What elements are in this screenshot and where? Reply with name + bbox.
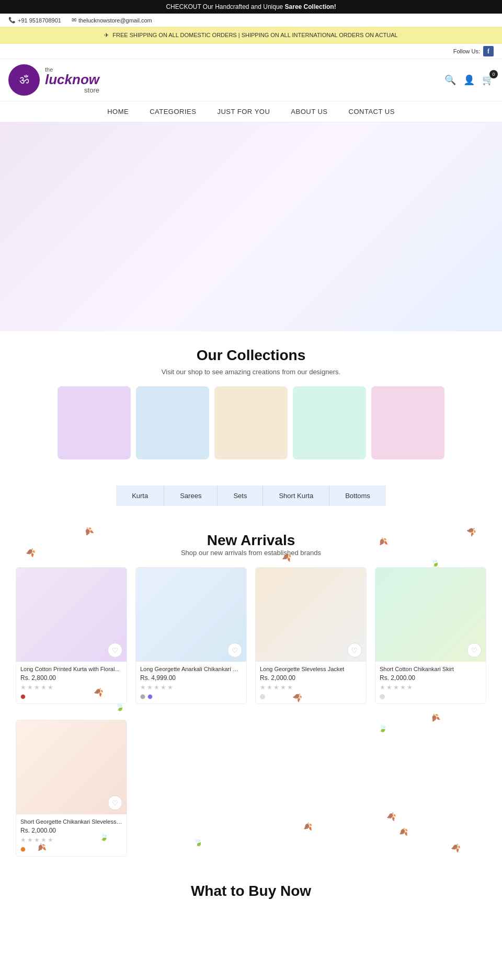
product-image-1: ♡ <box>16 568 127 662</box>
product-placeholder-3 <box>375 720 486 857</box>
nav-about-us[interactable]: ABOUT US <box>291 108 327 116</box>
product-title-1: Long Cotton Printed Kurta with Floral... <box>20 666 122 672</box>
color-dot-red[interactable] <box>20 694 26 699</box>
what-to-buy-heading: What to Buy Now <box>10 883 492 900</box>
products-grid-row2: ♡ Short Georgette Chikankari Sleveless .… <box>16 720 486 857</box>
what-to-buy-section: What to Buy Now <box>0 867 502 915</box>
product-rating-3: ★ ★ ★ ★ ★ <box>260 684 362 691</box>
collections-subtext: Visit our shop to see amazing creations … <box>10 368 492 376</box>
product-image-4: ♡ <box>375 568 486 662</box>
announcement-text: CHECKOUT Our Handcrafted and Unique Sare… <box>166 3 336 10</box>
hero-banner <box>0 122 502 331</box>
color-dot-orange[interactable] <box>20 847 26 852</box>
logo-icon: ॐ <box>8 64 40 96</box>
category-image-kurta[interactable] <box>58 386 131 459</box>
product-price-3: Rs. 2,000.00 <box>260 674 362 682</box>
shipping-icon: ✈ <box>104 32 109 38</box>
product-price-5: Rs. 2,000.00 <box>20 827 122 834</box>
product-info-1: Long Cotton Printed Kurta with Floral...… <box>16 662 127 704</box>
color-dot-white[interactable] <box>260 694 265 699</box>
search-icon[interactable] <box>444 74 456 86</box>
products-grid-row1: ♡ Long Cotton Printed Kurta with Floral.… <box>10 567 492 704</box>
wishlist-btn-5[interactable]: ♡ <box>108 795 122 810</box>
color-dot-purple[interactable] <box>147 694 153 699</box>
facebook-icon[interactable]: f <box>483 46 494 56</box>
product-image-2: ♡ <box>136 568 246 662</box>
product-card-4[interactable]: ♡ Short Cotton Chikankari Skirt Rs. 2,00… <box>375 567 486 704</box>
tab-short-kurta[interactable]: Short Kurta <box>263 486 329 506</box>
category-image-bottoms[interactable] <box>371 386 444 459</box>
color-dot-white2[interactable] <box>380 694 385 699</box>
new-arrivals-subtext: Shop our new arrivals from established b… <box>10 549 492 557</box>
announcement-bar: CHECKOUT Our Handcrafted and Unique Sare… <box>0 0 502 14</box>
color-dot-gray[interactable] <box>140 694 145 699</box>
product-price-1: Rs. 2,800.00 <box>20 674 122 682</box>
nav-contact-us[interactable]: CONTACT US <box>349 108 395 116</box>
product-image-3: ♡ <box>256 568 366 662</box>
new-arrivals-heading: New Arrivals <box>10 532 492 549</box>
product-placeholder-2 <box>255 720 367 857</box>
wishlist-btn-1[interactable]: ♡ <box>108 643 122 658</box>
products-row2-container: ♡ Short Georgette Chikankari Sleveless .… <box>10 720 492 857</box>
follow-label: Follow Us: <box>453 48 480 54</box>
wishlist-btn-2[interactable]: ♡ <box>227 643 242 658</box>
category-image-sarees[interactable] <box>136 386 209 459</box>
product-title-5: Short Georgette Chikankari Sleveless ... <box>20 818 122 825</box>
product-rating-4: ★ ★ ★ ★ ★ <box>380 684 482 691</box>
tab-kurta[interactable]: Kurta <box>116 486 164 506</box>
product-card-5[interactable]: ♡ Short Georgette Chikankari Sleveless .… <box>16 720 127 857</box>
email-info: thelucknowstore@gmail.com <box>72 17 152 24</box>
nav-home[interactable]: HOME <box>107 108 129 116</box>
product-placeholder-1 <box>135 720 247 857</box>
phone-number: +91 9518708901 <box>18 17 61 24</box>
logo-store: store <box>45 86 99 94</box>
product-title-3: Long Georgette Sleveless Jacket <box>260 666 362 672</box>
category-tabs: Kurta Sarees Sets Short Kurta Bottoms <box>0 486 502 506</box>
email-address: thelucknowstore@gmail.com <box>78 17 152 24</box>
header: ॐ the lucknow store 0 <box>0 59 502 101</box>
cart-icon-wrap[interactable]: 0 <box>482 74 494 86</box>
logo-area[interactable]: ॐ the lucknow store <box>8 64 99 96</box>
tab-sets[interactable]: Sets <box>218 486 263 506</box>
shipping-bar: ✈ FREE SHIPPING ON ALL DOMESTIC ORDERS |… <box>0 27 502 44</box>
user-icon[interactable] <box>463 74 475 86</box>
product-title-2: Long Georgette Anarkali Chikankari Ku... <box>140 666 242 672</box>
product-card-1[interactable]: ♡ Long Cotton Printed Kurta with Floral.… <box>16 567 127 704</box>
phone-icon <box>8 17 16 24</box>
follow-bar: Follow Us: f <box>0 44 502 59</box>
nav-categories[interactable]: CATEGORIES <box>150 108 196 116</box>
product-image-5: ♡ <box>16 720 127 814</box>
product-colors-4 <box>380 694 482 699</box>
tab-sarees[interactable]: Sarees <box>164 486 218 506</box>
product-colors-3 <box>260 694 362 699</box>
category-images <box>10 386 492 459</box>
main-nav: HOME CATEGORIES JUST FOR YOU ABOUT US CO… <box>0 101 502 122</box>
category-image-sets[interactable] <box>214 386 288 459</box>
product-price-4: Rs. 2,000.00 <box>380 674 482 682</box>
header-icons: 0 <box>444 74 494 86</box>
nav-just-for-you[interactable]: JUST FOR YOU <box>217 108 270 116</box>
product-info-5: Short Georgette Chikankari Sleveless ...… <box>16 814 127 856</box>
product-colors-1 <box>20 694 122 699</box>
contact-bar: +91 9518708901 thelucknowstore@gmail.com <box>0 14 502 27</box>
wishlist-btn-4[interactable]: ♡ <box>467 643 482 658</box>
email-icon <box>72 17 76 24</box>
cart-badge: 0 <box>489 70 498 78</box>
logo-text: the lucknow store <box>45 66 99 94</box>
product-price-2: Rs. 4,999.00 <box>140 674 242 682</box>
product-info-3: Long Georgette Sleveless Jacket Rs. 2,00… <box>256 662 366 704</box>
product-rating-5: ★ ★ ★ ★ ★ <box>20 836 122 844</box>
new-arrivals-section: 🍂 🍂 🍂 🍂 🍃 🍂 New Arrivals Shop our new ar… <box>0 522 502 867</box>
product-card-3[interactable]: ♡ Long Georgette Sleveless Jacket Rs. 2,… <box>255 567 367 704</box>
leaf-deco-5: 🍃 <box>429 557 440 568</box>
category-image-shortkurta[interactable] <box>293 386 366 459</box>
collections-section: Our Collections Visit our shop to see am… <box>0 331 502 486</box>
wishlist-btn-3[interactable]: ♡ <box>347 643 362 658</box>
product-card-2[interactable]: ♡ Long Georgette Anarkali Chikankari Ku.… <box>135 567 247 704</box>
product-colors-5 <box>20 847 122 852</box>
product-rating-1: ★ ★ ★ ★ ★ <box>20 684 122 691</box>
phone-info: +91 9518708901 <box>8 17 61 24</box>
product-colors-2 <box>140 694 242 699</box>
shipping-text: FREE SHIPPING ON ALL DOMESTIC ORDERS | S… <box>112 32 397 38</box>
tab-bottoms[interactable]: Bottoms <box>329 486 386 506</box>
